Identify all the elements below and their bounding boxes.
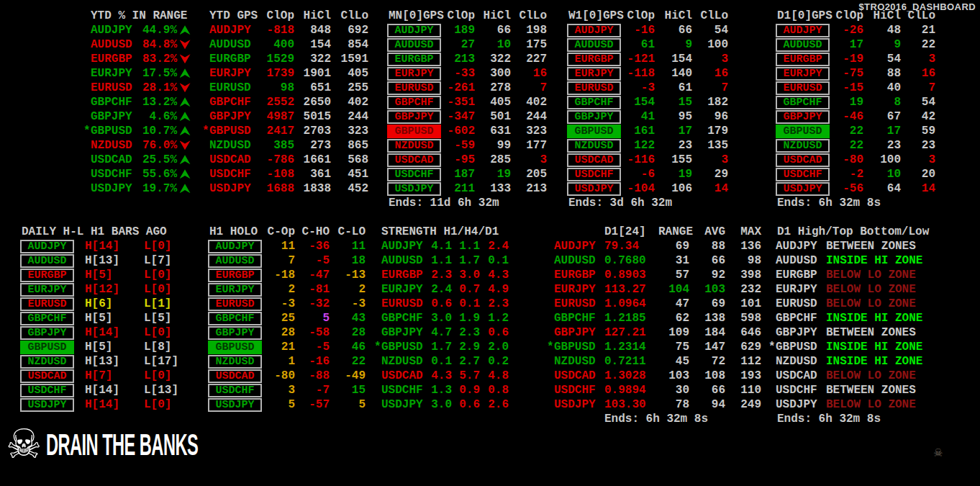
value-cell: 452 [331, 181, 368, 196]
row-audjpy: AUDJPYH[14]L[0] [13, 239, 205, 253]
value-cell: 5 [330, 397, 366, 412]
pair-label: GBPUSD [91, 124, 137, 138]
row-usdcad: USDCAD-80-88-49 [201, 369, 366, 383]
pair-label-box: NZDUSD [208, 355, 262, 369]
pair-label: GBPCHF [91, 95, 137, 109]
value-cell: -58 [295, 325, 330, 340]
value-cell: 0.9 [452, 383, 480, 397]
value-cell: -3 [621, 81, 655, 95]
trend-cell [177, 138, 193, 153]
column-header: MN[0]GPS [387, 9, 441, 23]
pair-cell: USDCHF [776, 168, 830, 181]
trend-down-icon [180, 54, 191, 63]
value-cell: 244 [511, 109, 547, 124]
pair-cell: EURUSD [208, 297, 262, 311]
row-eurjpy: EURJPY-11814016 [560, 66, 728, 81]
ends-countdown: Ends: 3d 6h 32m [568, 196, 672, 210]
value-cell: 3.0 [430, 397, 452, 412]
value-cell: 568 [331, 153, 368, 167]
logo: ☠ DRAIN THE BANKS [6, 422, 322, 467]
value-cell: 1.9 [452, 311, 480, 325]
row-eurjpy: EURJPY17.5% [83, 66, 193, 81]
pair-cell: GBPUSD [567, 125, 621, 138]
row-usdjpy: USDJPYBELOW LO ZONE [768, 397, 963, 412]
value-cell: 5 [262, 397, 295, 412]
pair-label: GBPJPY [381, 325, 430, 340]
pair-cell: EURJPY [20, 283, 74, 297]
value-cell: 72 [689, 354, 725, 369]
value-cell: 3 [692, 52, 728, 66]
value-cell: 1 [262, 354, 295, 369]
value-cell: 67 [863, 109, 901, 124]
value-cell: 2.3 [480, 297, 509, 311]
value-cell: 88 [689, 239, 725, 253]
value-cell: 15 [655, 95, 692, 109]
pair-cell: GBPCHF [208, 312, 262, 325]
value-cell: 10.7% [137, 124, 177, 138]
column-header: W1[0]GPS [567, 9, 621, 23]
row-nzdusd: NZDUSD222323 [768, 138, 935, 153]
value-cell: 273 [294, 138, 331, 153]
value-cell: -786 [266, 153, 294, 167]
value-cell: 76.0% [137, 138, 177, 153]
row-usdchf: USDCHF-61929 [560, 167, 728, 181]
value-cell: 106 [655, 181, 692, 196]
trend-cell [177, 153, 193, 167]
value-cell: 1.1 [452, 239, 480, 253]
column-header: ClOp [621, 9, 655, 23]
pair-label-box: USDCHF [208, 384, 262, 397]
value-cell: 154 [294, 37, 331, 52]
value-cell: 213 [441, 52, 475, 66]
value-cell: 138 [689, 311, 725, 325]
value-cell: 1661 [294, 153, 331, 167]
pair-cell: EURJPY [567, 67, 621, 81]
value-cell: 227 [511, 52, 547, 66]
value-cell: 27 [441, 37, 475, 52]
pair-label-box: EURGBP [20, 269, 74, 282]
pair-label: USDJPY [776, 397, 826, 412]
pair-label: USDCHF [209, 167, 266, 181]
value-cell: 2.4 [430, 282, 452, 297]
value-cell: 5 [295, 311, 330, 325]
value-cell: 109 [658, 325, 689, 340]
table-daily-hl: DAILY H-L H1 BARS AGOAUDJPYH[14]L[0]AUDU… [13, 225, 205, 412]
value-cell: -16 [621, 23, 655, 37]
value-cell: 29 [692, 167, 728, 181]
value-cell: 7 [511, 81, 547, 95]
row-gbpusd: GBPUSD21-546 [201, 340, 366, 354]
row-gbpjpy: GBPJPY419596 [560, 109, 728, 124]
value-cell: 2.3 [452, 325, 480, 340]
row-eurusd: EURUSD-15407 [768, 81, 935, 95]
pair-cell: EURUSD [387, 81, 441, 95]
value-cell: H[13] [74, 253, 144, 268]
value-cell: -75 [830, 66, 863, 81]
row-usdchf: USDCHF3-715 [201, 383, 366, 397]
star-marker: * [547, 340, 554, 354]
pair-label: GBPJPY [91, 109, 137, 124]
value-cell: 19.7% [137, 181, 177, 196]
row-audjpy: AUDJPY79.346988136 [547, 239, 761, 253]
row-audusd: AUDUSD7-518 [201, 253, 366, 268]
value-cell: -80 [262, 369, 295, 383]
pair-cell: USDCHF [567, 168, 621, 181]
column-header: ClOp [441, 9, 475, 23]
value-cell: 3.0 [452, 268, 480, 282]
row-eurgbp: EURGBP-18-47-13 [201, 268, 366, 282]
value-cell: 7 [901, 81, 935, 95]
trend-down-icon [180, 83, 191, 92]
value-cell: -602 [441, 124, 475, 138]
value-cell: 54 [692, 23, 728, 37]
pair-label: USDCAD [554, 369, 604, 383]
pair-label-box: USDJPY [387, 182, 441, 196]
value-cell: 19 [475, 167, 511, 181]
value-cell: L[5] [144, 311, 205, 325]
value-cell: 0.6 [452, 397, 480, 412]
value-cell: 4987 [266, 109, 294, 124]
row-eurjpy: EURJPY113.27104103232 [547, 282, 761, 297]
value-cell: 1.0964 [604, 297, 658, 311]
row-audusd: AUDUSD17922 [768, 37, 935, 52]
pair-label: GBPCHF [554, 311, 604, 325]
value-cell: 98 [266, 81, 294, 95]
pair-label-box: AUDUSD [208, 254, 262, 268]
column-header: AVG [689, 225, 725, 239]
